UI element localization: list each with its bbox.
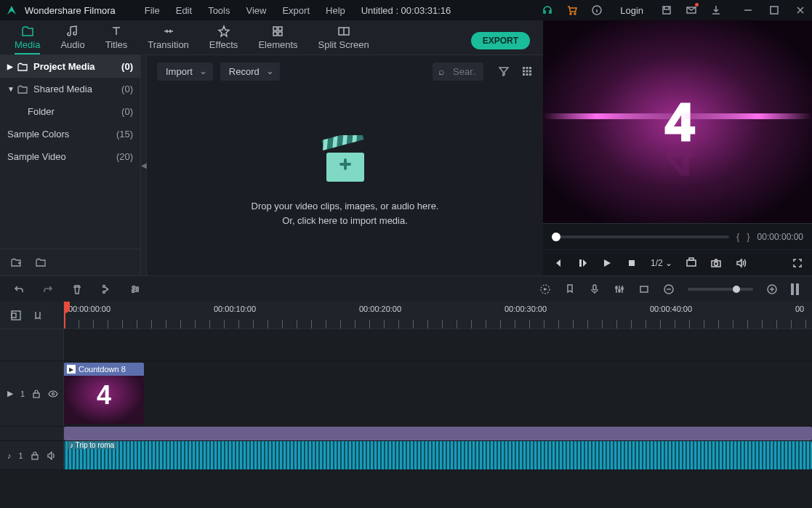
manage-tracks-icon[interactable]	[10, 310, 22, 321]
tab-media[interactable]: Media	[15, 25, 40, 55]
play-icon[interactable]	[601, 257, 613, 269]
maximize-icon[interactable]	[768, 4, 780, 16]
export-button[interactable]: EXPORT	[471, 32, 530, 49]
svg-rect-18	[523, 73, 525, 76]
track-body[interactable]: ♪ Trip to roma	[64, 441, 812, 469]
tab-audio[interactable]: Audio	[60, 25, 84, 55]
download-icon[interactable]	[710, 4, 722, 16]
tab-effects-label: Effects	[209, 39, 238, 50]
lock-icon[interactable]	[31, 451, 39, 460]
playhead[interactable]	[64, 302, 65, 328]
info-icon[interactable]	[591, 4, 603, 16]
crop-icon[interactable]	[638, 283, 650, 295]
svg-point-1	[570, 13, 571, 15]
lock-icon[interactable]	[32, 390, 41, 398]
tab-splitscreen[interactable]: Split Screen	[318, 25, 369, 55]
video-clip[interactable]: ▶ Countdown 8 4	[64, 363, 144, 424]
audio-clip[interactable]: ♪ Trip to roma	[64, 441, 812, 469]
filter-icon[interactable]	[498, 65, 510, 77]
fullscreen-icon[interactable]	[792, 257, 803, 269]
sidebar-item-shared-media[interactable]: ▼ Shared Media (0)	[0, 78, 140, 100]
menu-help[interactable]: Help	[326, 5, 345, 16]
folder-icon[interactable]	[35, 257, 47, 268]
save-icon[interactable]	[661, 4, 672, 16]
voiceover-icon[interactable]	[589, 283, 600, 295]
import-dropdown[interactable]: Import	[157, 63, 213, 81]
zoom-in-icon[interactable]	[766, 283, 778, 295]
play-pause-icon[interactable]	[576, 257, 588, 269]
project-title: Untitled : 00:03:31:16	[361, 5, 451, 16]
sidebar-item-sample-colors[interactable]: Sample Colors (15)	[0, 123, 140, 145]
sidebar-item-count: (0)	[121, 61, 133, 72]
svg-point-36	[137, 288, 139, 290]
split-icon[interactable]	[100, 283, 112, 295]
menu-export[interactable]: Export	[282, 5, 310, 16]
minimize-icon[interactable]	[742, 4, 754, 16]
render-icon[interactable]	[539, 283, 551, 295]
sidebar-collapse-handle[interactable]: ◀	[141, 55, 147, 275]
adjust-icon[interactable]	[129, 283, 141, 295]
tab-effects[interactable]: Effects	[209, 25, 238, 55]
mark-out[interactable]: }	[747, 231, 749, 242]
sidebar-item-label: Folder	[28, 106, 55, 117]
track-empty	[0, 329, 812, 361]
record-dropdown[interactable]: Record	[220, 63, 280, 81]
menu-view[interactable]: View	[246, 5, 266, 16]
headset-icon[interactable]	[542, 4, 553, 16]
tab-titles[interactable]: Titles	[105, 25, 128, 55]
menu-tools[interactable]: Tools	[208, 5, 230, 16]
zoom-slider[interactable]	[688, 288, 753, 291]
menu-file[interactable]: File	[145, 5, 160, 16]
snap-icon[interactable]	[32, 310, 44, 321]
grid-view-icon[interactable]	[521, 65, 533, 77]
search-input[interactable]	[433, 63, 483, 81]
menu-edit[interactable]: Edit	[176, 5, 192, 16]
new-folder-icon[interactable]	[10, 257, 22, 268]
track-body[interactable]	[64, 329, 812, 360]
sidebar-item-project-media[interactable]: ▶ Project Media (0)	[0, 55, 140, 78]
scrub-track[interactable]	[552, 235, 729, 238]
login-button[interactable]: Login	[620, 5, 643, 16]
tab-titles-label: Titles	[105, 39, 128, 50]
sidebar-item-count: (20)	[116, 151, 133, 162]
timeline-ruler: 00:00:00:00 00:00:10:00 00:00:20:00 00:0…	[0, 302, 812, 329]
transition-clip[interactable]	[64, 427, 812, 440]
mixer-icon[interactable]	[614, 283, 625, 295]
quality-icon[interactable]	[686, 257, 697, 269]
tab-elements[interactable]: Elements	[258, 25, 297, 55]
titlebar-actions: Login	[542, 4, 806, 16]
tab-splitscreen-label: Split Screen	[318, 39, 369, 50]
stop-icon[interactable]	[626, 257, 638, 269]
tab-audio-label: Audio	[60, 39, 84, 50]
svg-rect-25	[352, 135, 357, 142]
undo-icon[interactable]	[13, 283, 25, 295]
svg-point-35	[133, 286, 135, 288]
redo-icon[interactable]	[42, 283, 54, 295]
delete-icon[interactable]	[71, 283, 83, 295]
marker-icon[interactable]	[564, 283, 576, 295]
sidebar-item-folder[interactable]: Folder (0)	[0, 100, 140, 123]
svg-rect-16	[526, 70, 528, 73]
preview-controls: 1/2 ⌄	[543, 249, 812, 275]
sidebar-item-sample-video[interactable]: Sample Video (20)	[0, 145, 140, 168]
scrub-thumb[interactable]	[552, 233, 560, 241]
app-name: Wondershare Filmora	[25, 5, 116, 16]
media-drop-zone[interactable]: Drop your video clips, images, or audio …	[147, 87, 543, 275]
mute-icon[interactable]	[47, 451, 57, 460]
volume-icon[interactable]	[735, 257, 747, 269]
mark-in[interactable]: {	[736, 231, 739, 242]
zoom-fit-icon[interactable]	[791, 283, 799, 295]
close-icon[interactable]	[795, 4, 806, 16]
eye-icon[interactable]	[48, 390, 58, 398]
cart-icon[interactable]	[566, 4, 578, 16]
snapshot-icon[interactable]	[710, 257, 722, 269]
ruler-track[interactable]: 00:00:00:00 00:00:10:00 00:00:20:00 00:0…	[64, 302, 812, 328]
track-body[interactable]: ▶ Countdown 8 4	[64, 361, 812, 426]
prev-frame-icon[interactable]	[552, 257, 563, 269]
preview-canvas[interactable]: 4 4	[543, 20, 812, 223]
track-body[interactable]	[64, 427, 812, 440]
preview-zoom[interactable]: 1/2 ⌄	[651, 258, 672, 268]
message-icon[interactable]	[686, 4, 697, 16]
zoom-out-icon[interactable]	[663, 283, 675, 295]
tab-transition[interactable]: Transition	[148, 25, 189, 55]
